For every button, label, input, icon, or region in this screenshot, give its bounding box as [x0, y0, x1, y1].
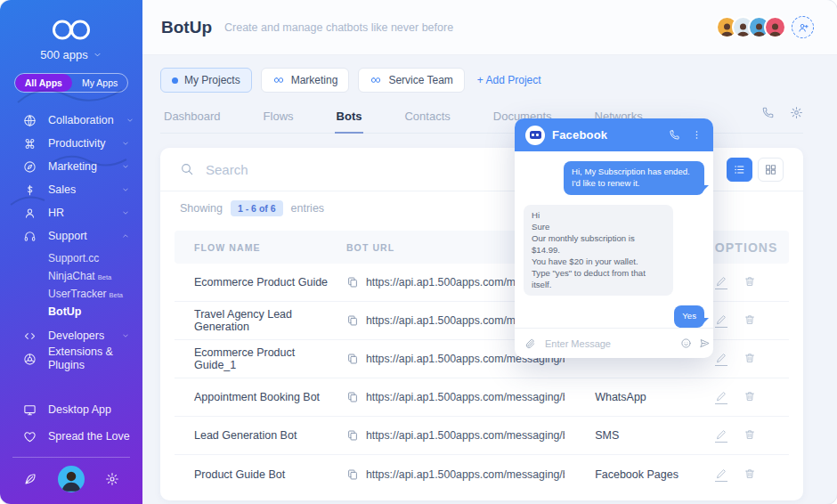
bot-url: https://api.ap1.500apps.com/messaging/bo… [366, 429, 565, 442]
chat-phone-icon[interactable] [669, 129, 680, 141]
copy-icon[interactable] [346, 468, 359, 481]
delete-trash-icon[interactable] [744, 313, 756, 328]
channel: Facebook Pages [565, 468, 706, 481]
dollar-icon [23, 183, 37, 197]
attachment-paperclip-icon[interactable] [524, 337, 536, 349]
sidebar-item-label: HR [48, 207, 110, 220]
sidebar-item-support[interactable]: Support [0, 224, 142, 248]
sidebar-footer: Desktop AppSpread the Love [0, 396, 142, 504]
infinity-icon [272, 74, 285, 86]
botup-app-window: 500 apps All Apps My Apps CollaborationP… [0, 0, 837, 504]
apps-dropdown[interactable]: 500 apps [0, 48, 142, 61]
phone-icon[interactable] [761, 106, 775, 119]
sidebar-subitem-usertracker[interactable]: UserTrackerBeta [0, 285, 142, 303]
project-tab-marketing[interactable]: Marketing [261, 68, 350, 93]
sidebar: 500 apps All Apps My Apps CollaborationP… [0, 0, 142, 504]
delete-trash-icon[interactable] [744, 275, 756, 289]
sidebar-item-hr[interactable]: HR [0, 201, 142, 224]
settings-gear-icon[interactable] [105, 472, 119, 486]
edit-pencil-icon[interactable] [715, 467, 727, 482]
copy-icon[interactable] [346, 391, 359, 403]
copy-icon[interactable] [346, 276, 359, 289]
chevron-down-icon [121, 139, 130, 148]
all-apps-toggle[interactable]: All Apps [15, 74, 72, 92]
flow-name: Product Guide Bot [175, 468, 331, 481]
tab-dashboard[interactable]: Dashboard [162, 104, 223, 133]
flow-name: Ecommerce Product Guide_1 [175, 346, 331, 371]
sidebar-item-extensions-plugins[interactable]: Extensions & Plugins [0, 347, 142, 370]
project-tab-service-team[interactable]: Service Team [358, 68, 464, 93]
sidebar-subitem-label: NinjaChat [48, 270, 95, 282]
sidebar-item-label: Productivity [48, 137, 110, 150]
chat-menu-dots-icon[interactable] [691, 129, 703, 141]
bot-url: https://api.ap1.500apps.com/messaging/bo… [366, 468, 565, 481]
compass-icon [23, 160, 37, 174]
chat-message-bot: Hi Sure Our monthly subscription is $14.… [524, 205, 673, 297]
delete-trash-icon[interactable] [744, 390, 756, 404]
delete-trash-icon[interactable] [744, 467, 756, 482]
entries-label: entries [291, 202, 325, 215]
tab-flows[interactable]: Flows [262, 104, 296, 133]
facebook-chat-widget: Facebook Hi, My Subscription has ended. … [515, 118, 713, 358]
add-user-icon[interactable] [792, 16, 814, 38]
edit-pencil-icon[interactable] [715, 352, 727, 366]
sidebar-item-spread-the-love[interactable]: Spread the Love [0, 423, 142, 450]
500apps-logo-icon[interactable] [50, 18, 93, 42]
sidebar-subitem-label: Support.cc [48, 252, 99, 264]
settings-gear-icon[interactable] [790, 106, 803, 119]
sidebar-item-label: Collaboration [48, 114, 114, 127]
chat-title: Facebook [552, 128, 607, 142]
sidebar-subitem-support-cc[interactable]: Support.cc [0, 249, 142, 267]
edit-pencil-icon[interactable] [715, 275, 727, 289]
user-avatar[interactable] [58, 466, 85, 492]
chat-message-user: Hi, My Subscription has ended. I'd like … [564, 161, 704, 195]
add-project-button[interactable]: + Add Project [474, 69, 545, 92]
grid-view-icon[interactable] [758, 158, 784, 182]
sidebar-subitem-ninjachat[interactable]: NinjaChatBeta [0, 267, 142, 285]
project-tab-my-projects[interactable]: My Projects [160, 68, 252, 93]
copy-icon[interactable] [346, 314, 359, 327]
column-header: OPTIONS [706, 240, 789, 255]
sidebar-item-label: Spread the Love [48, 430, 130, 443]
beta-badge: Beta [110, 291, 123, 299]
sidebar-subitem-botup[interactable]: BotUp [0, 303, 142, 321]
chat-messages: Hi, My Subscription has ended. I'd like … [515, 151, 713, 328]
chat-message-input[interactable] [543, 337, 673, 350]
tab-contacts[interactable]: Contacts [402, 104, 451, 133]
send-message-icon[interactable] [699, 337, 711, 349]
feather-pen-icon[interactable] [23, 472, 37, 486]
list-view-icon[interactable] [727, 158, 752, 182]
entries-count-badge: 1 - 6 of 6 [231, 200, 283, 216]
edit-pencil-icon[interactable] [715, 390, 727, 404]
sidebar-item-label: Marketing [48, 160, 110, 174]
flow-name: Lead Generation Bot [175, 429, 331, 442]
search-icon [180, 162, 194, 176]
sidebar-item-sales[interactable]: Sales [0, 178, 142, 201]
sidebar-item-desktop-app[interactable]: Desktop App [0, 396, 142, 423]
copy-icon[interactable] [346, 353, 359, 365]
sidebar-item-label: Support [48, 230, 110, 243]
emoji-smile-icon[interactable] [680, 337, 692, 349]
sidebar-subitem-label: BotUp [48, 305, 82, 318]
content-body: My ProjectsMarketingService Team+ Add Pr… [142, 55, 837, 500]
sidebar-item-collaboration[interactable]: Collaboration [0, 109, 142, 132]
sidebar-menu: CollaborationProductivityMarketingSalesH… [0, 109, 142, 370]
avatar[interactable] [764, 16, 786, 38]
edit-pencil-icon[interactable] [715, 428, 727, 443]
copy-icon[interactable] [346, 429, 359, 442]
delete-trash-icon[interactable] [744, 428, 756, 443]
tab-bots[interactable]: Bots [335, 104, 364, 134]
channel: WhatsApp [565, 391, 706, 403]
app-header: BotUp Create and manage chatbots like ne… [142, 0, 837, 55]
sidebar-item-marketing[interactable]: Marketing [0, 155, 142, 178]
sidebar-item-productivity[interactable]: Productivity [0, 132, 142, 155]
flow-name: Travel Agency Lead Generation [175, 308, 331, 333]
my-apps-toggle[interactable]: My Apps [72, 74, 127, 92]
project-tab-label: Marketing [291, 74, 338, 86]
sidebar-item-developers[interactable]: Developers [0, 324, 142, 347]
edit-pencil-icon[interactable] [715, 313, 727, 328]
delete-trash-icon[interactable] [744, 352, 756, 366]
channel: SMS [565, 429, 706, 442]
monitor-icon [23, 403, 37, 417]
flow-name: Ecommerce Product Guide [175, 276, 331, 289]
